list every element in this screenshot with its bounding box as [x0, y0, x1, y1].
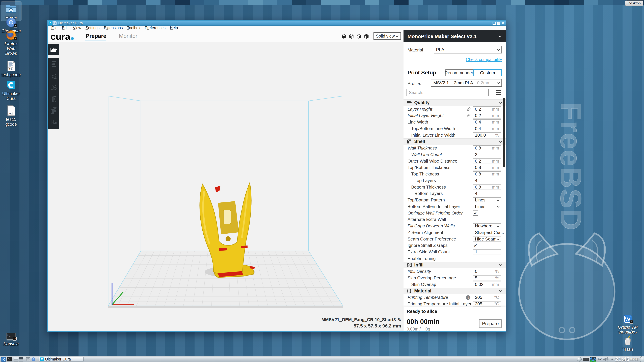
setting-dropdown[interactable]: Sharpest Cor... [473, 230, 501, 235]
menu-help[interactable]: Help [168, 26, 180, 30]
printer-selector[interactable]: MonoPrice Maker Select v2.1 [404, 30, 506, 42]
check-compatibility-link[interactable]: Check compatibility [466, 57, 502, 62]
move-tool-icon[interactable] [50, 60, 58, 69]
menu-edit[interactable]: Edit [60, 26, 71, 30]
desktop-corner-button[interactable]: Desktop [625, 0, 643, 6]
settings-scrollbar[interactable] [503, 98, 505, 167]
mode-recommended-button[interactable]: Recommended [446, 69, 474, 76]
restore-icon[interactable] [497, 22, 500, 25]
view-front-icon[interactable] [348, 33, 354, 40]
setting-value-field[interactable]: 0.4mm [473, 126, 501, 131]
setting-value-field[interactable]: 1 [473, 249, 501, 255]
menu-toolbox[interactable]: Toolbox [125, 26, 142, 30]
setting-value-field[interactable]: 4 [473, 191, 501, 196]
volume-icon[interactable] [603, 357, 609, 362]
info-icon[interactable]: i [466, 295, 470, 300]
view-right-icon[interactable] [364, 33, 370, 40]
taskbar-app-button[interactable]: C Ultimaker Cura [38, 357, 84, 362]
setting-checkbox[interactable]: ✓ [473, 243, 478, 248]
per-model-settings-icon[interactable] [50, 106, 58, 115]
klipper-scissors-icon[interactable]: ✂ [598, 357, 602, 362]
setting-value-field[interactable]: 5% [473, 275, 501, 281]
support-blocker-icon[interactable]: × [50, 118, 58, 127]
setting-dropdown[interactable]: Lines [473, 197, 501, 203]
setting-row: Optimize Wall Printing Order✓ [404, 210, 506, 216]
view-left-icon[interactable] [356, 33, 362, 40]
settings-section-shell[interactable]: Shell [404, 138, 506, 145]
maximize-icon[interactable] [492, 22, 496, 25]
desktop-icon-konsole[interactable]: >_↗Konsole [1, 333, 21, 347]
desktop-icon-ultimaker-cura[interactable]: UltimakerCura [1, 80, 21, 101]
file-manager-tray-icon[interactable] [26, 357, 30, 362]
setting-value-field[interactable]: 0.4mm [473, 119, 501, 125]
cura-icon [6, 80, 16, 90]
viewport-3d[interactable]: × MMSV21_OEM_Fang_CR-10_Short3✎ 57.5 x 5… [48, 42, 404, 331]
settings-section-quality[interactable]: Quality [404, 99, 506, 106]
open-file-button[interactable] [48, 44, 59, 55]
setting-row: Printing Temperaturei205°C [404, 294, 506, 301]
view-mode-dropdown[interactable]: Solid view [374, 32, 401, 40]
chromium-tray-icon[interactable] [31, 357, 36, 361]
setting-dropdown[interactable]: Lines [473, 204, 501, 209]
setting-value-field[interactable]: 205°C [473, 301, 501, 307]
setting-dropdown[interactable]: Nowhere [473, 223, 501, 229]
menu-settings[interactable]: Settings [83, 26, 102, 30]
profile-dropdown[interactable]: MSV2.1 - .2mm PLA - 0.2mm [431, 79, 502, 87]
print-time-estimate: 00h 00min [407, 318, 440, 326]
desktop-icon-testgcode[interactable]: txttest.gcode [1, 60, 21, 77]
setting-value-field[interactable]: 2 [473, 152, 501, 157]
setting-value-field[interactable]: 0.02mm [473, 282, 501, 287]
setting-value-field[interactable]: 0.8mm [473, 171, 501, 177]
settings-section-material[interactable]: Material [404, 288, 506, 294]
system-monitor-graph[interactable] [590, 357, 596, 362]
setting-value-field[interactable]: 0.8mm [473, 165, 501, 170]
menu-file[interactable]: File [49, 26, 60, 30]
setting-value-field[interactable]: 0.8mm [473, 145, 501, 151]
rotate-tool-icon[interactable] [50, 83, 58, 92]
setting-value-field[interactable]: 205°C [473, 295, 501, 300]
desktop-icon-firefox-webbrows[interactable]: ↗FirefoxWeb Brows [1, 29, 21, 56]
menu-view[interactable]: View [71, 26, 83, 30]
close-icon[interactable]: × [502, 22, 504, 25]
desktop-icon-oraclevm-virtualbox[interactable]: ↗Oracle VMVirtualBox [618, 314, 638, 335]
tray-sphere-icon[interactable] [577, 357, 582, 362]
window-titlebar[interactable]: C O Ultimaker Cura × [48, 21, 506, 26]
setting-checkbox[interactable] [473, 256, 478, 261]
setting-value-field[interactable]: 100.0% [473, 132, 501, 138]
rename-pencil-icon[interactable]: ✎ [398, 317, 401, 322]
setting-value-field[interactable]: 0% [473, 269, 501, 274]
tray-expand-arrow-icon[interactable] [611, 359, 614, 360]
virtual-desktop-pager[interactable] [14, 357, 23, 362]
window-menu-icon[interactable]: O [53, 21, 56, 25]
scale-tool-icon[interactable] [50, 72, 58, 81]
setting-value-field[interactable]: 0.8mm [473, 184, 501, 190]
prepare-button[interactable]: Prepare [479, 319, 502, 328]
taskbar-date[interactable]: 06-08 [630, 357, 639, 361]
setting-value-field[interactable]: 0.2mm [473, 158, 501, 164]
desktop-icon-trash[interactable]: Trash [618, 336, 638, 352]
k-menu-button[interactable]: K [1, 357, 6, 362]
taskbar-clock[interactable]: 21:45 [615, 356, 630, 362]
session-button[interactable] [640, 356, 644, 362]
menu-preferences[interactable]: Preferences [142, 26, 168, 30]
taskbar-konsole-icon[interactable]: >_ [7, 357, 12, 362]
setting-row: Infill Density0% [404, 268, 506, 275]
setting-checkbox[interactable]: ✓ [473, 211, 478, 216]
setting-dropdown[interactable]: Hide Seam [473, 236, 501, 242]
tray-window-preview[interactable] [582, 358, 589, 361]
menu-extensions[interactable]: Extensions [102, 26, 125, 30]
mirror-tool-icon[interactable] [50, 95, 58, 104]
tab-prepare[interactable]: Prepare [86, 33, 106, 39]
material-dropdown[interactable]: PLA [434, 46, 502, 53]
mode-custom-button[interactable]: Custom [474, 69, 502, 76]
view-3d-icon[interactable] [341, 33, 347, 40]
desktop-icon-test2-gcode[interactable]: txttest2.gcode [1, 105, 21, 127]
settings-section-infill[interactable]: Infill [404, 262, 506, 268]
setting-value-field[interactable]: 0.2mm [473, 113, 501, 118]
tab-monitor[interactable]: Monitor [119, 33, 137, 39]
settings-search-input[interactable] [406, 89, 488, 96]
settings-menu-icon[interactable] [496, 90, 501, 95]
setting-value-field[interactable]: 4 [473, 178, 501, 183]
setting-checkbox[interactable] [473, 217, 478, 222]
setting-value-field[interactable]: 0.2mm [473, 106, 501, 112]
